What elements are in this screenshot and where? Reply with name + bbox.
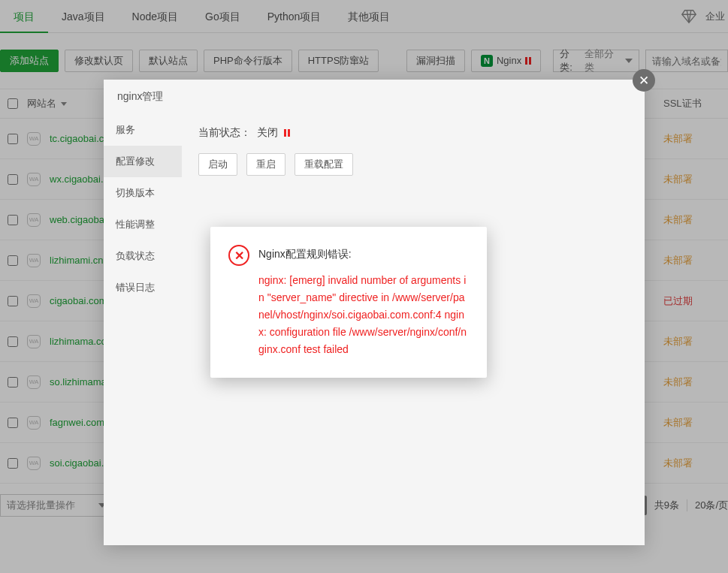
restart-button[interactable]: 重启 — [246, 153, 285, 176]
alert-message: nginx: [emerg] invalid number of argumen… — [258, 272, 469, 358]
drawer-side-menu: 服务 配置修改 切换版本 性能调整 负载状态 错误日志 — [104, 114, 182, 303]
menu-errlog[interactable]: 错误日志 — [104, 272, 182, 303]
close-icon[interactable]: ✕ — [633, 69, 655, 92]
error-icon: ✕ — [228, 245, 249, 266]
reload-button[interactable]: 重载配置 — [295, 153, 353, 176]
alert-title: Nginx配置规则错误: — [258, 248, 352, 261]
error-alert: ✕ Nginx配置规则错误: nginx: [emerg] invalid nu… — [210, 227, 487, 378]
start-button[interactable]: 启动 — [198, 153, 237, 176]
menu-version[interactable]: 切换版本 — [104, 177, 182, 209]
status-value: 关闭 — [257, 126, 278, 140]
menu-config[interactable]: 配置修改 — [104, 146, 182, 177]
status-label: 当前状态： — [198, 126, 251, 140]
drawer-title: nginx管理 — [104, 80, 645, 114]
menu-perf[interactable]: 性能调整 — [104, 209, 182, 240]
menu-load[interactable]: 负载状态 — [104, 240, 182, 272]
menu-service[interactable]: 服务 — [104, 114, 182, 146]
pause-icon — [284, 129, 290, 137]
